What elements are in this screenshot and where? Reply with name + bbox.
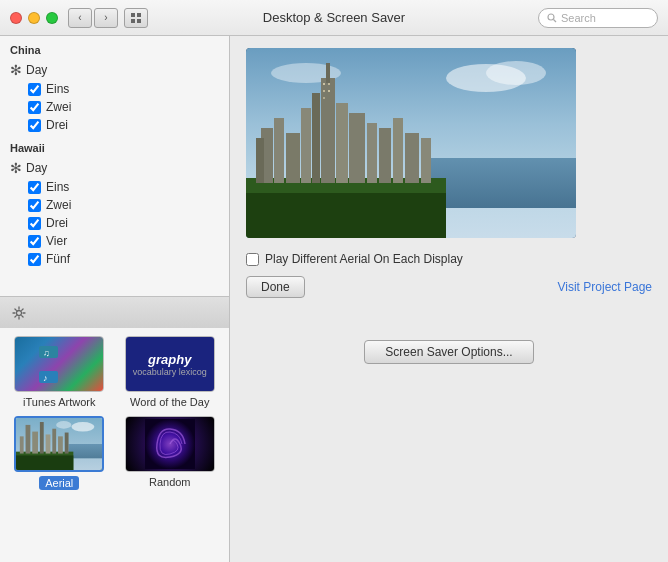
screensaver-aerial[interactable]: Aerial bbox=[8, 416, 111, 490]
svg-point-6 bbox=[17, 310, 22, 315]
svg-rect-34 bbox=[286, 133, 300, 183]
hawaii-day-label: Day bbox=[26, 161, 47, 175]
hawaii-eins-label: Eins bbox=[46, 180, 69, 194]
svg-rect-33 bbox=[274, 118, 284, 183]
svg-rect-39 bbox=[336, 103, 348, 183]
svg-rect-47 bbox=[328, 83, 330, 85]
sidebar-item-hawaii-zwei[interactable]: Zwei bbox=[0, 196, 229, 214]
gear-icon bbox=[12, 306, 26, 320]
traffic-lights bbox=[10, 12, 58, 24]
sidebar-scroll[interactable]: China ✻ Day Eins Zwei Drei Hawaii ✻ Day bbox=[0, 36, 229, 296]
forward-button[interactable]: › bbox=[94, 8, 118, 28]
svg-rect-15 bbox=[40, 422, 44, 454]
hawaii-vier-label: Vier bbox=[46, 234, 67, 248]
svg-rect-49 bbox=[328, 90, 330, 92]
svg-rect-13 bbox=[26, 425, 31, 454]
svg-rect-37 bbox=[321, 78, 335, 183]
checkbox-hawaii-vier[interactable] bbox=[28, 235, 41, 248]
screensaver-itunes[interactable]: ♫ ♪ iTunes Artwork bbox=[8, 336, 111, 408]
svg-rect-10 bbox=[69, 444, 102, 458]
maximize-button[interactable] bbox=[46, 12, 58, 24]
grid-view-button[interactable] bbox=[124, 8, 148, 28]
back-button[interactable]: ‹ bbox=[68, 8, 92, 28]
svg-rect-1 bbox=[137, 13, 141, 17]
svg-rect-46 bbox=[323, 83, 325, 85]
sidebar-item-china-zwei[interactable]: Zwei bbox=[0, 98, 229, 116]
right-panel: Play Different Aerial On Each Display Do… bbox=[230, 36, 668, 562]
ss-options-button[interactable]: Screen Saver Options... bbox=[364, 340, 533, 364]
checkbox-hawaii-zwei[interactable] bbox=[28, 199, 41, 212]
left-panel: China ✻ Day Eins Zwei Drei Hawaii ✻ Day bbox=[0, 36, 230, 562]
sidebar-item-hawaii-vier[interactable]: Vier bbox=[0, 232, 229, 250]
checkbox-china-eins[interactable] bbox=[28, 83, 41, 96]
svg-point-22 bbox=[56, 421, 71, 429]
screensaver-random[interactable]: Random bbox=[119, 416, 222, 490]
sidebar-item-hawaii-drei[interactable]: Drei bbox=[0, 214, 229, 232]
svg-rect-30 bbox=[246, 193, 446, 238]
aerial-thumb-img bbox=[14, 416, 104, 472]
sun-icon-china: ✻ bbox=[10, 62, 22, 78]
svg-rect-50 bbox=[323, 97, 325, 99]
svg-rect-0 bbox=[131, 13, 135, 17]
svg-rect-16 bbox=[46, 434, 51, 453]
titlebar-right: Search bbox=[538, 8, 658, 28]
word-thumb-label: Word of the Day bbox=[130, 396, 209, 408]
preview-image bbox=[246, 48, 576, 238]
svg-point-21 bbox=[72, 422, 95, 432]
sidebar-item-hawaii-day[interactable]: ✻ Day bbox=[0, 158, 229, 178]
sidebar-item-hawaii-eins[interactable]: Eins bbox=[0, 178, 229, 196]
svg-rect-32 bbox=[256, 138, 264, 183]
checkbox-china-zwei[interactable] bbox=[28, 101, 41, 114]
svg-rect-38 bbox=[326, 63, 330, 83]
sidebar-item-china-day[interactable]: ✻ Day bbox=[0, 60, 229, 80]
checkbox-hawaii-drei[interactable] bbox=[28, 217, 41, 230]
svg-rect-45 bbox=[421, 138, 431, 183]
svg-line-5 bbox=[554, 19, 557, 22]
svg-rect-42 bbox=[379, 128, 391, 183]
svg-rect-12 bbox=[16, 455, 73, 470]
svg-rect-35 bbox=[301, 108, 311, 183]
sidebar-item-china-drei[interactable]: Drei bbox=[0, 116, 229, 134]
close-button[interactable] bbox=[10, 12, 22, 24]
sidebar-item-china-eins[interactable]: Eins bbox=[0, 80, 229, 98]
svg-rect-36 bbox=[312, 93, 320, 183]
play-different-checkbox[interactable] bbox=[246, 253, 259, 266]
hawaii-funf-label: Fünf bbox=[46, 252, 70, 266]
screensaver-wordofday[interactable]: graphy vocabulary lexicog Word of the Da… bbox=[119, 336, 222, 408]
gear-bar bbox=[0, 296, 229, 328]
sidebar-item-hawaii-funf[interactable]: Fünf bbox=[0, 250, 229, 268]
checkbox-hawaii-eins[interactable] bbox=[28, 181, 41, 194]
word-thumb-text: graphy bbox=[148, 352, 191, 367]
svg-rect-41 bbox=[367, 123, 377, 183]
word-thumb-img: graphy vocabulary lexicog bbox=[125, 336, 215, 392]
minimize-button[interactable] bbox=[28, 12, 40, 24]
play-different-row: Play Different Aerial On Each Display bbox=[246, 252, 652, 266]
play-different-label: Play Different Aerial On Each Display bbox=[265, 252, 463, 266]
svg-point-26 bbox=[486, 61, 546, 85]
sun-icon-hawaii: ✻ bbox=[10, 160, 22, 176]
svg-rect-3 bbox=[137, 19, 141, 23]
china-zwei-label: Zwei bbox=[46, 100, 71, 114]
svg-rect-20 bbox=[20, 436, 24, 453]
svg-rect-14 bbox=[32, 432, 38, 454]
word-thumb-sub: vocabulary lexicog bbox=[133, 367, 207, 377]
done-button[interactable]: Done bbox=[246, 276, 305, 298]
ss-options-area: Screen Saver Options... bbox=[230, 320, 668, 562]
svg-rect-17 bbox=[53, 429, 57, 454]
checkbox-hawaii-funf[interactable] bbox=[28, 253, 41, 266]
hawaii-drei-label: Drei bbox=[46, 216, 68, 230]
itunes-thumb-label: iTunes Artwork bbox=[23, 396, 95, 408]
search-icon bbox=[547, 13, 557, 23]
svg-rect-44 bbox=[405, 133, 419, 183]
buttons-row: Done Visit Project Page bbox=[246, 276, 652, 298]
hawaii-zwei-label: Zwei bbox=[46, 198, 71, 212]
svg-text:♪: ♪ bbox=[43, 373, 48, 383]
checkbox-china-drei[interactable] bbox=[28, 119, 41, 132]
gear-button[interactable] bbox=[8, 302, 30, 324]
main-content: China ✻ Day Eins Zwei Drei Hawaii ✻ Day bbox=[0, 36, 668, 562]
group-label-hawaii: Hawaii bbox=[0, 138, 229, 158]
china-day-label: Day bbox=[26, 63, 47, 77]
svg-rect-19 bbox=[65, 433, 69, 454]
visit-project-page-link[interactable]: Visit Project Page bbox=[558, 280, 653, 294]
search-box[interactable]: Search bbox=[538, 8, 658, 28]
